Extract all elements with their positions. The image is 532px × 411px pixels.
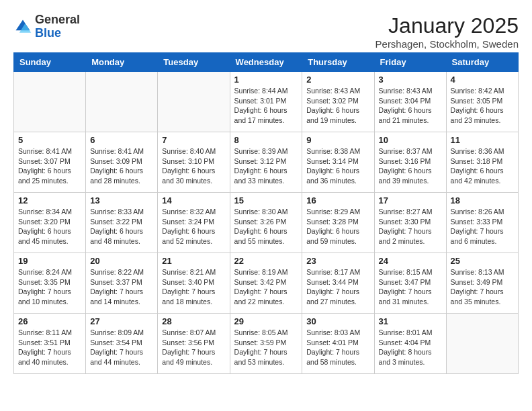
day-info: Sunrise: 8:44 AM Sunset: 3:01 PM Dayligh… [234, 86, 298, 126]
week-row-4: 19Sunrise: 8:24 AM Sunset: 3:35 PM Dayli… [14, 253, 519, 314]
calendar-cell [14, 72, 86, 132]
header-monday: Monday [86, 53, 158, 72]
calendar-cell: 2Sunrise: 8:43 AM Sunset: 3:02 PM Daylig… [302, 72, 374, 132]
location-text: Pershagen, Stockholm, Sweden [375, 38, 519, 50]
day-info: Sunrise: 8:03 AM Sunset: 4:01 PM Dayligh… [306, 328, 369, 367]
calendar-cell: 3Sunrise: 8:43 AM Sunset: 3:04 PM Daylig… [374, 72, 446, 132]
calendar-cell [158, 72, 230, 132]
day-number: 14 [162, 195, 225, 205]
day-info: Sunrise: 8:43 AM Sunset: 3:02 PM Dayligh… [306, 86, 369, 126]
day-number: 13 [90, 195, 153, 205]
day-info: Sunrise: 8:24 AM Sunset: 3:35 PM Dayligh… [18, 267, 81, 307]
day-number: 12 [18, 195, 81, 205]
calendar-cell: 10Sunrise: 8:37 AM Sunset: 3:16 PM Dayli… [374, 132, 446, 193]
day-number: 7 [162, 135, 225, 145]
week-row-1: 1Sunrise: 8:44 AM Sunset: 3:01 PM Daylig… [14, 72, 519, 132]
calendar-cell: 30Sunrise: 8:03 AM Sunset: 4:01 PM Dayli… [302, 314, 374, 374]
week-row-3: 12Sunrise: 8:34 AM Sunset: 3:20 PM Dayli… [14, 193, 519, 253]
day-number: 11 [451, 135, 514, 145]
calendar-cell: 11Sunrise: 8:36 AM Sunset: 3:18 PM Dayli… [446, 132, 518, 193]
calendar-cell: 25Sunrise: 8:13 AM Sunset: 3:49 PM Dayli… [446, 253, 518, 314]
calendar-cell [446, 314, 518, 374]
month-title: January 2025 [375, 13, 519, 38]
day-number: 27 [90, 316, 153, 326]
calendar-cell: 18Sunrise: 8:26 AM Sunset: 3:33 PM Dayli… [446, 193, 518, 253]
day-number: 3 [379, 75, 442, 85]
calendar-cell: 27Sunrise: 8:09 AM Sunset: 3:54 PM Dayli… [86, 314, 158, 374]
calendar-cell: 31Sunrise: 8:01 AM Sunset: 4:04 PM Dayli… [374, 314, 446, 374]
logo-general-text: General [35, 13, 80, 26]
day-info: Sunrise: 8:19 AM Sunset: 3:42 PM Dayligh… [234, 267, 298, 307]
day-info: Sunrise: 8:11 AM Sunset: 3:51 PM Dayligh… [18, 328, 81, 367]
day-number: 9 [306, 135, 369, 145]
logo-blue-text: Blue [35, 26, 61, 40]
day-info: Sunrise: 8:13 AM Sunset: 3:49 PM Dayligh… [451, 267, 514, 307]
calendar-cell [86, 72, 158, 132]
calendar-cell: 19Sunrise: 8:24 AM Sunset: 3:35 PM Dayli… [14, 253, 86, 314]
day-info: Sunrise: 8:15 AM Sunset: 3:47 PM Dayligh… [379, 267, 442, 307]
calendar-cell: 17Sunrise: 8:27 AM Sunset: 3:30 PM Dayli… [374, 193, 446, 253]
calendar-cell: 24Sunrise: 8:15 AM Sunset: 3:47 PM Dayli… [374, 253, 446, 314]
day-info: Sunrise: 8:26 AM Sunset: 3:33 PM Dayligh… [451, 207, 514, 246]
calendar-cell: 21Sunrise: 8:21 AM Sunset: 3:40 PM Dayli… [158, 253, 230, 314]
day-number: 10 [379, 135, 442, 145]
page-header: General Blue January 2025 Pershagen, Sto… [13, 13, 519, 50]
day-info: Sunrise: 8:05 AM Sunset: 3:59 PM Dayligh… [234, 328, 298, 367]
day-number: 29 [234, 316, 298, 326]
logo-icon [13, 17, 32, 36]
calendar-cell: 16Sunrise: 8:29 AM Sunset: 3:28 PM Dayli… [302, 193, 374, 253]
day-info: Sunrise: 8:42 AM Sunset: 3:05 PM Dayligh… [451, 86, 514, 126]
day-number: 4 [451, 75, 514, 85]
calendar-cell: 15Sunrise: 8:30 AM Sunset: 3:26 PM Dayli… [230, 193, 302, 253]
day-info: Sunrise: 8:41 AM Sunset: 3:09 PM Dayligh… [90, 146, 153, 186]
calendar-cell: 6Sunrise: 8:41 AM Sunset: 3:09 PM Daylig… [86, 132, 158, 193]
calendar-cell: 8Sunrise: 8:39 AM Sunset: 3:12 PM Daylig… [230, 132, 302, 193]
day-number: 16 [306, 195, 369, 205]
calendar-cell: 29Sunrise: 8:05 AM Sunset: 3:59 PM Dayli… [230, 314, 302, 374]
calendar-header-row: SundayMondayTuesdayWednesdayThursdayFrid… [14, 53, 519, 72]
week-row-2: 5Sunrise: 8:41 AM Sunset: 3:07 PM Daylig… [14, 132, 519, 193]
day-info: Sunrise: 8:27 AM Sunset: 3:30 PM Dayligh… [379, 207, 442, 246]
day-info: Sunrise: 8:21 AM Sunset: 3:40 PM Dayligh… [162, 267, 225, 307]
day-number: 31 [379, 316, 442, 326]
day-info: Sunrise: 8:37 AM Sunset: 3:16 PM Dayligh… [379, 146, 442, 186]
day-info: Sunrise: 8:32 AM Sunset: 3:24 PM Dayligh… [162, 207, 225, 246]
day-info: Sunrise: 8:34 AM Sunset: 3:20 PM Dayligh… [18, 207, 81, 246]
header-sunday: Sunday [14, 53, 86, 72]
calendar-cell: 20Sunrise: 8:22 AM Sunset: 3:37 PM Dayli… [86, 253, 158, 314]
day-info: Sunrise: 8:17 AM Sunset: 3:44 PM Dayligh… [306, 267, 369, 307]
day-info: Sunrise: 8:41 AM Sunset: 3:07 PM Dayligh… [18, 146, 81, 186]
day-number: 20 [90, 256, 153, 266]
day-info: Sunrise: 8:07 AM Sunset: 3:56 PM Dayligh… [162, 328, 225, 367]
day-number: 8 [234, 135, 298, 145]
calendar-cell: 28Sunrise: 8:07 AM Sunset: 3:56 PM Dayli… [158, 314, 230, 374]
day-number: 23 [306, 256, 369, 266]
day-number: 17 [379, 195, 442, 205]
day-number: 6 [90, 135, 153, 145]
day-info: Sunrise: 8:22 AM Sunset: 3:37 PM Dayligh… [90, 267, 153, 307]
day-number: 21 [162, 256, 225, 266]
day-number: 18 [451, 195, 514, 205]
calendar-cell: 26Sunrise: 8:11 AM Sunset: 3:51 PM Dayli… [14, 314, 86, 374]
day-info: Sunrise: 8:30 AM Sunset: 3:26 PM Dayligh… [234, 207, 298, 246]
calendar-cell: 14Sunrise: 8:32 AM Sunset: 3:24 PM Dayli… [158, 193, 230, 253]
day-number: 24 [379, 256, 442, 266]
calendar-cell: 4Sunrise: 8:42 AM Sunset: 3:05 PM Daylig… [446, 72, 518, 132]
day-number: 22 [234, 256, 298, 266]
day-number: 26 [18, 316, 81, 326]
day-number: 28 [162, 316, 225, 326]
day-number: 30 [306, 316, 369, 326]
day-number: 15 [234, 195, 298, 205]
day-number: 1 [234, 75, 298, 85]
day-info: Sunrise: 8:33 AM Sunset: 3:22 PM Dayligh… [90, 207, 153, 246]
day-number: 2 [306, 75, 369, 85]
day-info: Sunrise: 8:36 AM Sunset: 3:18 PM Dayligh… [451, 146, 514, 186]
calendar-cell: 22Sunrise: 8:19 AM Sunset: 3:42 PM Dayli… [230, 253, 302, 314]
day-number: 5 [18, 135, 81, 145]
header-saturday: Saturday [446, 53, 518, 72]
calendar-cell: 13Sunrise: 8:33 AM Sunset: 3:22 PM Dayli… [86, 193, 158, 253]
day-info: Sunrise: 8:40 AM Sunset: 3:10 PM Dayligh… [162, 146, 225, 186]
header-tuesday: Tuesday [158, 53, 230, 72]
calendar-cell: 23Sunrise: 8:17 AM Sunset: 3:44 PM Dayli… [302, 253, 374, 314]
day-info: Sunrise: 8:01 AM Sunset: 4:04 PM Dayligh… [379, 328, 442, 367]
